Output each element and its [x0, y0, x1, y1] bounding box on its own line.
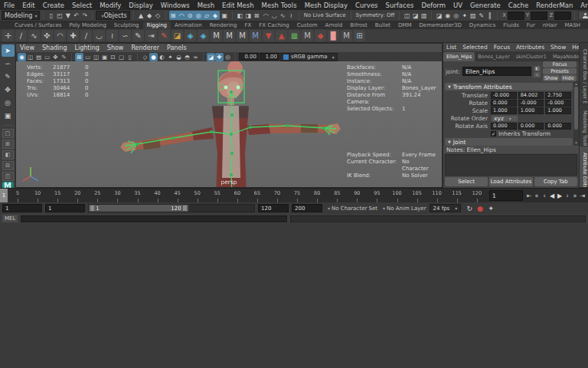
blue-wire-icon[interactable]: ◈	[185, 30, 196, 41]
ipr-render-icon[interactable]: ◎	[452, 11, 460, 20]
curve-tool2-icon[interactable]: ◡	[270, 11, 279, 20]
animation-start-field[interactable]: 1	[2, 204, 42, 212]
symmetry-obj-icon[interactable]: ◪	[411, 11, 420, 20]
bind-skin-icon[interactable]: ▼	[263, 30, 274, 41]
shelf-tab[interactable]: Bullet	[371, 21, 394, 29]
menu-set-dropdown[interactable]: Modeling ▾	[2, 11, 40, 20]
no-live-surface-label[interactable]: No Live Surface	[302, 12, 348, 18]
auto-keyframe-icon[interactable]: ●	[475, 204, 485, 213]
ae-menu-item[interactable]: Attributes	[513, 44, 547, 51]
shelf-tab[interactable]: Custom	[293, 21, 322, 29]
menu-item[interactable]: File	[0, 2, 18, 9]
menu-item[interactable]: Select	[68, 2, 96, 9]
safe-action-icon[interactable]: ▢	[117, 53, 126, 61]
mash-m-icon[interactable]: M	[302, 30, 313, 41]
attr-field[interactable]: -0.000	[545, 100, 571, 107]
humanik-icon[interactable]: M	[211, 30, 222, 41]
sign-in-button[interactable]: Sign In ▾	[578, 11, 588, 20]
connect-joint-icon[interactable]: ≀	[106, 30, 118, 41]
select-component-icon[interactable]: ◇	[154, 11, 162, 20]
gate-mask-icon[interactable]: ▣	[100, 53, 109, 61]
shelf-tab[interactable]: Sculpting	[110, 21, 143, 29]
focus-button[interactable]: Focus	[543, 61, 577, 67]
curve-tool4-icon[interactable]: ≀	[287, 11, 296, 20]
menu-item[interactable]: Mesh Tools	[258, 2, 301, 9]
panel-menu-item[interactable]: Panels	[163, 44, 191, 51]
joint-tool-icon[interactable]: ✛	[2, 30, 14, 41]
paint-effects-icon[interactable]: ✎	[477, 11, 485, 20]
new-scene-icon[interactable]: ▯	[47, 11, 55, 20]
selection-mask-dropdown[interactable]: ▾ Objects	[96, 11, 129, 20]
ae-tab[interactable]: Bones_Layer	[475, 52, 512, 61]
textured-icon[interactable]: ◐	[158, 53, 166, 61]
shaded-icon[interactable]: ●	[149, 53, 158, 61]
step-back-frame-button[interactable]: «	[533, 190, 541, 202]
attr-field[interactable]: 0.000	[491, 100, 517, 107]
field-chart-icon[interactable]: ⊡	[109, 53, 117, 61]
shelf-tab[interactable]: Motion Graphics	[584, 21, 588, 29]
section-joint[interactable]: ▼ Joint	[445, 138, 573, 146]
shelf-tab[interactable]: Rigging	[143, 21, 172, 29]
shelf-tab[interactable]: Arnold	[322, 21, 347, 29]
step-back-key-button[interactable]: ‹	[541, 190, 548, 202]
attr-field[interactable]: 1.000	[545, 107, 571, 114]
undo-icon[interactable]: ↶	[72, 11, 80, 20]
presets-button[interactable]: Presets	[543, 68, 577, 74]
snap-point-icon[interactable]: ⊙	[186, 11, 194, 20]
single-pane-layout-button[interactable]: ▢	[2, 129, 14, 138]
shelf-tab[interactable]: Bifrost	[346, 21, 371, 29]
open-scene-icon[interactable]: ◰	[55, 11, 64, 20]
panel-menu-item[interactable]: Show	[103, 44, 128, 51]
panel-menu-item[interactable]: Renderer	[127, 44, 163, 51]
shelf-tab[interactable]: nHair	[539, 21, 561, 29]
ae-footer-button[interactable]: Load Attributes	[489, 177, 532, 186]
safe-title-icon[interactable]: ▯	[126, 53, 134, 61]
panel-menu-item[interactable]: Shading	[38, 44, 71, 51]
ao-icon[interactable]: ◓	[183, 53, 191, 61]
anim-layer-dropdown[interactable]: ▾ No Anim Layer	[381, 205, 426, 212]
save-scene-icon[interactable]: ▼	[64, 11, 72, 20]
move-tool[interactable]: ✥	[2, 84, 15, 96]
resolution-gate-icon[interactable]: ◫	[92, 53, 100, 61]
viewport-canvas[interactable]: Verts:218770Edges:331170Faces:173130Tris…	[16, 61, 442, 187]
isolate-select-icon[interactable]: ◎	[224, 53, 232, 61]
pose-editor-icon[interactable]: ◆	[315, 30, 326, 41]
menu-item[interactable]: Mesh	[194, 2, 218, 9]
attr-field[interactable]: 2.750	[545, 92, 571, 99]
select-camera-icon[interactable]: ◉	[18, 53, 26, 61]
node-name-field[interactable]: Ellen_Hips	[462, 67, 531, 76]
animation-preferences-icon[interactable]: ✦	[485, 204, 496, 213]
attr-field[interactable]: 0.000	[545, 123, 571, 130]
character-set-dropdown[interactable]: ▾ No Character Set	[325, 205, 377, 212]
coordinate-field[interactable]	[531, 12, 547, 20]
command-input[interactable]	[21, 215, 287, 222]
gamma-field[interactable]: 1.00	[260, 53, 279, 61]
scroll-down-icon[interactable]: ▾	[575, 140, 577, 146]
shelf-tab[interactable]: Dememaster3D	[415, 21, 465, 29]
ae-menu-item[interactable]: Selected	[459, 44, 491, 51]
hypershade-icon[interactable]: ▨	[469, 11, 477, 20]
menu-item[interactable]: Arnold	[577, 2, 588, 9]
menu-item[interactable]: Mesh Display	[301, 2, 351, 9]
menu-item[interactable]: Deform	[417, 2, 449, 9]
panel-menu-item[interactable]: View	[16, 44, 38, 51]
snap-grid-icon[interactable]: ⊞	[169, 11, 178, 20]
play-backwards-button[interactable]: ◀	[548, 190, 556, 202]
film-gate-icon[interactable]: ▭	[83, 53, 92, 61]
menu-item[interactable]: RenderMan	[532, 2, 577, 9]
paint-weights-icon[interactable]: ▦	[289, 30, 300, 41]
shadows-icon[interactable]: ◒	[175, 53, 183, 61]
disconnect-joint-icon[interactable]: ∽	[119, 30, 131, 41]
attr-field[interactable]: 0.000	[491, 123, 517, 130]
symmetry-x-icon[interactable]: ◫	[403, 11, 411, 20]
symmetry-topo-icon[interactable]: ▥	[420, 11, 428, 20]
ik-spline-icon[interactable]: ∿	[28, 30, 40, 41]
shelf-tab[interactable]: Fur	[523, 21, 539, 29]
attr-field[interactable]: -0.000	[491, 92, 517, 99]
snap-curve-icon[interactable]: ◠	[178, 11, 186, 20]
render-view-icon[interactable]: ◪	[435, 11, 443, 20]
colorspace-dropdown[interactable]: sRGB gamma ▾	[280, 53, 338, 61]
xray-icon[interactable]: ◪	[207, 53, 215, 61]
menu-item[interactable]: Modify	[96, 2, 125, 9]
camera-rig-icon[interactable]: ◪	[172, 30, 183, 41]
